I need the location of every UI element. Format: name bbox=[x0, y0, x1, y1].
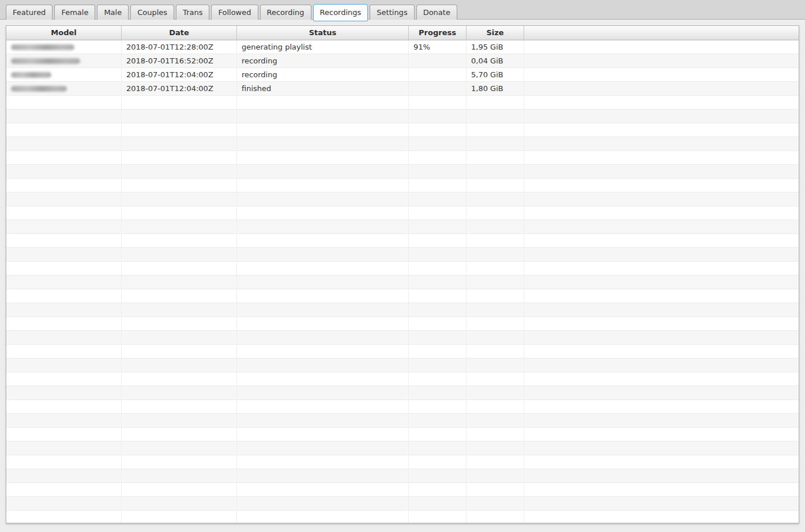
cell-size bbox=[467, 428, 524, 441]
cell-status bbox=[237, 151, 409, 164]
table-row-empty bbox=[6, 345, 799, 359]
cell-size bbox=[467, 234, 524, 247]
cell-size bbox=[467, 469, 524, 482]
cell-date: 2018-07-01T12:04:00Z bbox=[122, 82, 237, 95]
tab-female[interactable]: Female bbox=[54, 5, 95, 20]
cell-size bbox=[467, 331, 524, 344]
cell-progress bbox=[409, 442, 467, 455]
table-row-empty bbox=[6, 317, 799, 331]
tab-trans[interactable]: Trans bbox=[176, 5, 209, 20]
cell-progress bbox=[409, 68, 467, 81]
column-header-status[interactable]: Status bbox=[237, 26, 409, 40]
table-row-empty bbox=[6, 234, 799, 248]
tab-recordings[interactable]: Recordings bbox=[313, 4, 368, 21]
cell-date bbox=[122, 345, 237, 358]
cell-size bbox=[467, 248, 524, 261]
cell-size: 1,95 GiB bbox=[467, 40, 524, 54]
cell-size bbox=[467, 137, 524, 150]
cell-model bbox=[6, 455, 122, 469]
cell-date bbox=[122, 137, 237, 150]
cell-model bbox=[6, 54, 122, 67]
table-row-empty bbox=[6, 151, 799, 165]
tab-male[interactable]: Male bbox=[97, 5, 129, 20]
cell-model bbox=[6, 303, 122, 316]
cell-size bbox=[467, 483, 524, 496]
cell-extra bbox=[524, 206, 799, 220]
content-area: ModelDateStatusProgressSize 2018-07-01T1… bbox=[0, 20, 805, 523]
cell-progress bbox=[409, 110, 467, 123]
cell-model bbox=[6, 165, 122, 178]
table-row[interactable]: 2018-07-01T12:04:00Zfinished1,80 GiB bbox=[6, 82, 799, 96]
cell-progress: 91% bbox=[409, 40, 467, 54]
cell-extra bbox=[524, 123, 799, 137]
cell-model bbox=[6, 40, 122, 54]
table-row[interactable]: 2018-07-01T12:28:00Zgenerating playlist9… bbox=[6, 40, 799, 54]
cell-progress bbox=[409, 220, 467, 233]
table-row-empty bbox=[6, 248, 799, 262]
cell-status bbox=[237, 317, 409, 330]
cell-size bbox=[467, 400, 524, 413]
cell-size bbox=[467, 345, 524, 358]
cell-extra bbox=[524, 511, 799, 523]
column-header-model[interactable]: Model bbox=[6, 26, 122, 40]
column-header-extra[interactable] bbox=[524, 26, 799, 40]
cell-status: recording bbox=[237, 54, 409, 67]
cell-progress bbox=[409, 165, 467, 178]
cell-date bbox=[122, 179, 237, 192]
table-row[interactable]: 2018-07-01T16:52:00Zrecording0,04 GiB bbox=[6, 54, 799, 68]
cell-progress bbox=[409, 234, 467, 247]
cell-model bbox=[6, 110, 122, 123]
cell-date bbox=[122, 400, 237, 413]
table-row[interactable]: 2018-07-01T12:04:00Zrecording5,70 GiB bbox=[6, 68, 799, 82]
tab-couples[interactable]: Couples bbox=[130, 5, 174, 20]
tab-donate[interactable]: Donate bbox=[416, 5, 457, 20]
cell-size bbox=[467, 359, 524, 372]
cell-extra bbox=[524, 165, 799, 178]
cell-size bbox=[467, 289, 524, 303]
table-row-empty bbox=[6, 359, 799, 372]
cell-model bbox=[6, 220, 122, 233]
column-header-size[interactable]: Size bbox=[467, 26, 524, 40]
tab-settings[interactable]: Settings bbox=[370, 5, 414, 20]
cell-size bbox=[467, 123, 524, 137]
cell-extra bbox=[524, 414, 799, 427]
table-row-empty bbox=[6, 165, 799, 179]
cell-size bbox=[467, 193, 524, 206]
cell-progress bbox=[409, 469, 467, 482]
cell-extra bbox=[524, 151, 799, 164]
cell-model bbox=[6, 317, 122, 330]
cell-extra bbox=[524, 193, 799, 206]
table-row-empty bbox=[6, 455, 799, 469]
table-row-empty bbox=[6, 289, 799, 303]
tab-followed[interactable]: Followed bbox=[211, 5, 258, 20]
cell-progress bbox=[409, 82, 467, 95]
table-row-empty bbox=[6, 137, 799, 151]
cell-size bbox=[467, 179, 524, 192]
cell-status bbox=[237, 123, 409, 137]
cell-model bbox=[6, 96, 122, 109]
cell-progress bbox=[409, 483, 467, 496]
table-row-empty bbox=[6, 193, 799, 206]
tab-featured[interactable]: Featured bbox=[6, 5, 52, 20]
table-row-empty bbox=[6, 511, 799, 523]
table-header-row: ModelDateStatusProgressSize bbox=[6, 26, 799, 40]
table-row-empty bbox=[6, 386, 799, 400]
cell-extra bbox=[524, 54, 799, 67]
cell-status bbox=[237, 372, 409, 386]
cell-status bbox=[237, 345, 409, 358]
cell-size bbox=[467, 442, 524, 455]
tab-recording[interactable]: Recording bbox=[260, 5, 311, 20]
column-header-date[interactable]: Date bbox=[122, 26, 237, 40]
cell-extra bbox=[524, 359, 799, 372]
cell-date bbox=[122, 497, 237, 510]
cell-date bbox=[122, 455, 237, 469]
cell-progress bbox=[409, 497, 467, 510]
cell-size bbox=[467, 206, 524, 220]
cell-extra bbox=[524, 137, 799, 150]
cell-date bbox=[122, 96, 237, 109]
column-header-progress[interactable]: Progress bbox=[409, 26, 467, 40]
table-row-empty bbox=[6, 262, 799, 276]
cell-extra bbox=[524, 497, 799, 510]
cell-model bbox=[6, 386, 122, 399]
cell-extra bbox=[524, 317, 799, 330]
